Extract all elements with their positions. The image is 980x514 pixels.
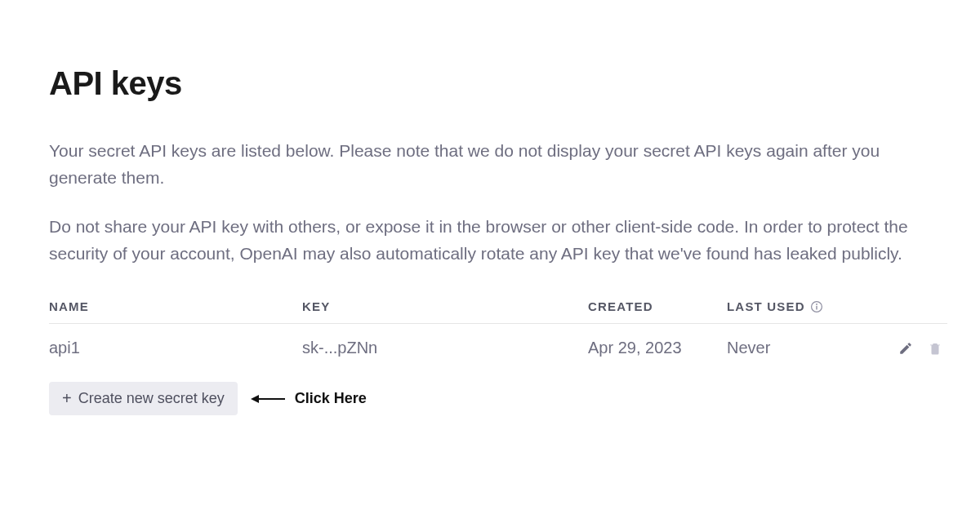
col-header-actions [874,293,947,324]
plus-icon: + [62,390,72,406]
col-header-key: KEY [302,293,588,324]
create-secret-key-label: Create new secret key [78,390,225,407]
description-2: Do not share your API key with others, o… [49,214,931,267]
svg-rect-2 [816,305,817,309]
col-header-name: NAME [49,293,302,324]
arrow-left-icon [249,393,287,405]
col-header-created: CREATED [588,293,727,324]
cell-key: sk-...pZNn [302,324,588,371]
cell-created: Apr 29, 2023 [588,324,727,371]
create-secret-key-button[interactable]: + Create new secret key [49,382,238,415]
annotation: Click Here [249,390,367,407]
description-1: Your secret API keys are listed below. P… [49,138,931,191]
annotation-label: Click Here [295,390,367,407]
col-header-last-used: LAST USED [727,293,874,324]
page-title: API keys [49,65,931,102]
api-keys-table: NAME KEY CREATED LAST USED [49,293,947,370]
info-icon[interactable] [810,300,823,313]
trash-icon [928,341,942,356]
svg-marker-4 [251,395,259,403]
edit-button[interactable] [898,341,913,356]
cell-name: api1 [49,324,302,371]
col-header-last-used-label: LAST USED [727,299,805,313]
delete-button[interactable] [928,341,942,356]
pencil-icon [898,341,913,356]
svg-point-1 [816,304,817,305]
table-row: api1 sk-...pZNn Apr 29, 2023 Never [49,324,947,371]
cell-last-used: Never [727,324,874,371]
